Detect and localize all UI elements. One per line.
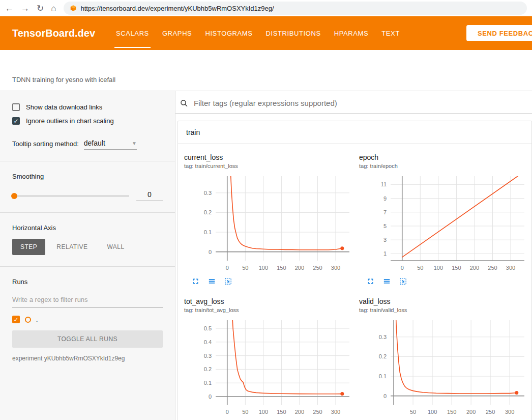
svg-text:0.1: 0.1	[204, 229, 212, 235]
svg-text:0.3: 0.3	[204, 190, 212, 196]
tab-hparams[interactable]: HPARAMS	[328, 16, 375, 50]
tab-histograms[interactable]: HISTOGRAMS	[198, 16, 259, 50]
tab-scalars[interactable]: SCALARS	[109, 16, 156, 50]
svg-text:50: 50	[242, 409, 248, 415]
tag-filter-input[interactable]	[193, 98, 532, 108]
fit-domain-icon[interactable]	[399, 277, 408, 286]
svg-text:9: 9	[383, 195, 387, 202]
smoothing-slider[interactable]	[12, 195, 129, 197]
expand-chart-icon[interactable]	[366, 277, 375, 286]
experiment-caption: experiment yKUbhb5wRmOSXYkId1z9eg	[12, 355, 163, 362]
svg-text:300: 300	[505, 409, 514, 415]
svg-text:250: 250	[488, 265, 497, 271]
train-group-header[interactable]: train	[178, 121, 531, 144]
svg-text:3: 3	[383, 237, 387, 243]
smoothing-value[interactable]: 0	[136, 190, 163, 201]
svg-text:0.3: 0.3	[204, 353, 212, 359]
svg-text:0.3: 0.3	[379, 334, 387, 340]
show-download-links-checkbox[interactable]	[12, 103, 20, 111]
axis-step-button[interactable]: STEP	[12, 239, 45, 255]
axis-wall-button[interactable]: WALL	[99, 239, 132, 255]
chevron-down-icon: ▼	[132, 141, 137, 146]
svg-text:0.2: 0.2	[204, 209, 212, 215]
chart-actions	[184, 277, 355, 286]
divider	[0, 266, 175, 267]
svg-text:150: 150	[447, 409, 456, 415]
url-text: https://tensorboard.dev/experiment/yKUbh…	[81, 5, 274, 12]
line-chart[interactable]: 1357911050100150200250300	[359, 173, 527, 274]
svg-text:250: 250	[313, 409, 322, 415]
horizontal-axis-label: Horizontal Axis	[12, 224, 163, 232]
scalars-main: train current_losstag: train/current_los…	[175, 91, 532, 420]
show-download-links-row[interactable]: Show data download links	[12, 103, 163, 111]
toggle-runs-icon[interactable]	[208, 277, 217, 286]
svg-text:300: 300	[331, 409, 340, 415]
svg-text:200: 200	[470, 265, 479, 271]
show-download-links-label: Show data download links	[26, 103, 102, 111]
svg-text:250: 250	[313, 265, 322, 271]
line-chart[interactable]: 00.10.20.30.40.5050100150200250300	[184, 317, 352, 418]
toggle-runs-icon[interactable]	[382, 277, 392, 286]
svg-text:0: 0	[401, 265, 404, 271]
svg-text:200: 200	[466, 409, 476, 415]
ignore-outliers-row[interactable]: ✓ Ignore outliers in chart scaling	[12, 117, 163, 125]
chart-card-epoch: epochtag: train/epoch1357911050100150200…	[359, 153, 530, 286]
fit-domain-icon[interactable]	[224, 277, 233, 286]
tooltip-sorting-dropdown[interactable]: default ▼	[84, 138, 137, 150]
svg-text:1: 1	[383, 250, 387, 257]
runs-filter-input[interactable]	[12, 293, 163, 307]
svg-text:100: 100	[434, 265, 443, 271]
toggle-all-runs-button[interactable]: TOGGLE ALL RUNS	[12, 330, 163, 348]
svg-text:150: 150	[277, 409, 286, 415]
divider	[0, 212, 175, 213]
svg-text:0.4: 0.4	[204, 339, 212, 345]
tab-distributions[interactable]: DISTRIBUTIONS	[259, 16, 328, 50]
chart-card-current_loss: current_losstag: train/current_loss00.10…	[184, 153, 355, 286]
svg-text:150: 150	[452, 265, 461, 271]
brand-title: TensorBoard.dev	[12, 16, 95, 50]
charts-grid: current_losstag: train/current_loss00.10…	[178, 144, 531, 420]
svg-text:0.2: 0.2	[204, 366, 212, 372]
reload-icon[interactable]: ↻	[37, 4, 44, 13]
svg-text:100: 100	[259, 409, 268, 415]
site-favicon	[70, 5, 77, 12]
ignore-outliers-label: Ignore outliers in chart scaling	[26, 117, 114, 125]
send-feedback-button[interactable]: SEND FEEDBACK	[466, 25, 532, 41]
forward-icon[interactable]: →	[21, 4, 29, 13]
run-checkbox[interactable]: ✓	[12, 316, 20, 323]
chart-title: current_loss	[184, 153, 355, 161]
axis-relative-button[interactable]: RELATIVE	[48, 239, 96, 255]
search-icon	[180, 99, 189, 108]
expand-chart-icon[interactable]	[191, 277, 200, 286]
chart-tag: tag: train/valid_loss	[359, 307, 530, 313]
svg-text:0: 0	[383, 393, 387, 399]
line-chart[interactable]: 00.10.20.3050100150200250300	[184, 173, 352, 274]
svg-text:300: 300	[331, 265, 340, 271]
main-nav: SCALARS GRAPHS HISTOGRAMS DISTRIBUTIONS …	[109, 16, 406, 50]
run-row[interactable]: ✓ .	[12, 316, 163, 323]
svg-text:100: 100	[259, 265, 268, 271]
svg-text:0: 0	[209, 249, 212, 255]
svg-text:0.1: 0.1	[379, 373, 387, 379]
ignore-outliers-checkbox[interactable]: ✓	[12, 117, 20, 125]
svg-text:150: 150	[277, 265, 286, 271]
back-icon[interactable]: ←	[5, 4, 14, 13]
svg-text:0: 0	[226, 265, 229, 271]
chart-tag: tag: train/epoch	[359, 163, 530, 169]
svg-text:0.1: 0.1	[204, 380, 212, 386]
svg-text:7: 7	[383, 209, 387, 215]
smoothing-slider-thumb[interactable]	[11, 193, 17, 199]
smoothing-label: Smoothing	[12, 173, 163, 180]
svg-text:11: 11	[381, 181, 387, 187]
tab-graphs[interactable]: GRAPHS	[156, 16, 199, 50]
home-icon[interactable]: ⌂	[51, 4, 56, 13]
chart-title: valid_loss	[359, 297, 530, 305]
address-bar[interactable]: https://tensorboard.dev/experiment/yKUbh…	[64, 2, 527, 15]
tag-filter-row	[175, 96, 532, 114]
svg-text:100: 100	[428, 409, 437, 415]
line-chart[interactable]: 00.10.20.350100150200250300	[359, 317, 527, 418]
svg-text:300: 300	[506, 265, 515, 271]
svg-text:0: 0	[226, 409, 229, 415]
tab-text[interactable]: TEXT	[375, 16, 406, 50]
tooltip-sorting-label: Tooltip sorting method:	[12, 140, 79, 148]
